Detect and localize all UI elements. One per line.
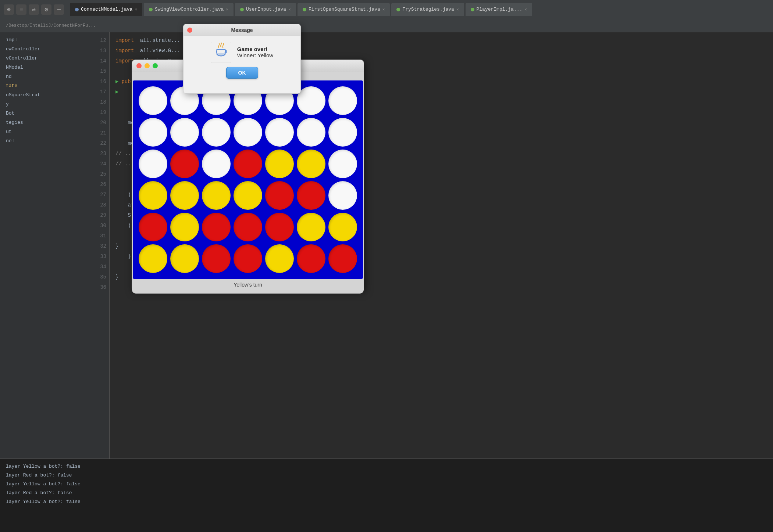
sidebar-item-impl[interactable]: impl xyxy=(0,35,91,44)
cell-r4-c0[interactable] xyxy=(139,213,167,241)
cell-r3-c2[interactable] xyxy=(202,181,231,210)
left-sidebar: impl ewController vController NModel nd … xyxy=(0,32,91,459)
tab-userinput[interactable]: UserInput.java ✕ xyxy=(235,3,296,16)
cell-r2-c0[interactable] xyxy=(139,150,167,178)
cell-r3-c5[interactable] xyxy=(297,181,325,210)
nav-back-btn[interactable]: ⊕ xyxy=(4,4,14,15)
sidebar-item-ut[interactable]: ut xyxy=(0,127,91,136)
sidebar-item-viewcontroller[interactable]: ewController xyxy=(0,44,91,54)
cell-r1-c5[interactable] xyxy=(297,118,325,147)
cell-r3-c0[interactable] xyxy=(139,181,167,210)
minimize-btn[interactable]: — xyxy=(54,4,64,15)
game-content: Yellow's turn xyxy=(132,72,364,294)
cell-r0-c0[interactable] xyxy=(139,86,167,115)
tab-label: FirstOpenSquareStrat.java xyxy=(309,7,380,12)
tab-label: PlayerImpl.ja... xyxy=(477,7,523,12)
cell-r5-c1[interactable] xyxy=(170,244,199,273)
cell-r3-c1[interactable] xyxy=(170,181,199,210)
line-numbers: 12131415 16171819 20212223 24252627 2829… xyxy=(91,32,110,459)
file-path: /Desktop/IntelliJ/ConnectNForFu... xyxy=(6,23,96,28)
game-window-min-btn[interactable] xyxy=(145,63,150,68)
tab-close-btn[interactable]: ✕ xyxy=(135,7,137,12)
sidebar-item-nel[interactable]: nel xyxy=(0,136,91,145)
sidebar-item-nsquarestrat[interactable]: nSquareStrat xyxy=(0,90,91,100)
console-line-1: layer Yellow a bot?: false xyxy=(6,462,767,471)
sidebar-item-tate[interactable]: tate xyxy=(0,81,91,90)
tab-close-btn[interactable]: ✕ xyxy=(456,7,459,12)
cell-r5-c0[interactable] xyxy=(139,244,167,273)
game-status: Yellow's turn xyxy=(234,282,262,288)
cell-r2-c5[interactable] xyxy=(297,150,325,178)
cell-r1-c1[interactable] xyxy=(170,118,199,147)
tab-close-btn[interactable]: ✕ xyxy=(382,7,385,12)
dialog-titlebar: Message xyxy=(184,24,300,36)
tab-controls: ⊕ ≡ ⇌ ⚙ — xyxy=(4,4,64,15)
tab-dot xyxy=(471,8,474,11)
cell-r4-c4[interactable] xyxy=(265,213,294,241)
cell-r4-c6[interactable] xyxy=(328,213,357,241)
tab-playerimpl[interactable]: PlayerImpl.ja... ✕ xyxy=(466,3,532,16)
cell-r1-c6[interactable] xyxy=(328,118,357,147)
tab-close-btn[interactable]: ✕ xyxy=(288,7,291,12)
game-window-close-btn[interactable] xyxy=(136,63,142,68)
cell-r0-c6[interactable] xyxy=(328,86,357,115)
cell-r1-c0[interactable] xyxy=(139,118,167,147)
sidebar-item-bot[interactable]: Bot xyxy=(0,109,91,118)
settings-btn[interactable]: ⚙ xyxy=(41,4,51,15)
tab-firstopensquarestrat[interactable]: FirstOpenSquareStrat.java ✕ xyxy=(298,3,390,16)
cell-r4-c5[interactable] xyxy=(297,213,325,241)
run-arrow-16[interactable]: ▶ xyxy=(115,76,118,87)
run-arrow-17[interactable]: ▶ xyxy=(115,87,118,97)
tab-dot xyxy=(396,8,400,11)
dialog-content-row: Game over! Winner: Yellow xyxy=(211,42,273,62)
cell-r2-c3[interactable] xyxy=(234,150,262,178)
cell-r3-c6[interactable] xyxy=(328,181,357,210)
cell-r5-c4[interactable] xyxy=(265,244,294,273)
tab-dot xyxy=(240,8,244,11)
cell-r4-c1[interactable] xyxy=(170,213,199,241)
cell-r0-c5[interactable] xyxy=(297,86,325,115)
cell-r2-c1[interactable] xyxy=(170,150,199,178)
cell-r1-c3[interactable] xyxy=(234,118,262,147)
dialog-message-line1: Game over! xyxy=(237,46,273,52)
sidebar-item-vcontroller[interactable]: vController xyxy=(0,54,91,63)
cell-r2-c6[interactable] xyxy=(328,150,357,178)
cell-r5-c6[interactable] xyxy=(328,244,357,273)
sidebar-item-y[interactable]: y xyxy=(0,100,91,109)
nav-list-btn[interactable]: ≡ xyxy=(16,4,26,15)
cell-r1-c2[interactable] xyxy=(202,118,231,147)
tab-label: ConnectNModel.java xyxy=(81,7,132,12)
tab-label: TryStrategies.java xyxy=(402,7,454,12)
sidebar-item-nd[interactable]: nd xyxy=(0,72,91,81)
cell-r4-c2[interactable] xyxy=(202,213,231,241)
game-window-max-btn[interactable] xyxy=(153,63,158,68)
cell-r5-c3[interactable] xyxy=(234,244,262,273)
console-line-4: layer Red a bot?: false xyxy=(6,489,767,497)
cell-r4-c3[interactable] xyxy=(234,213,262,241)
tab-dot xyxy=(149,8,153,11)
cell-r1-c4[interactable] xyxy=(265,118,294,147)
tab-close-btn[interactable]: ✕ xyxy=(524,7,527,12)
tab-swingviewcontroller[interactable]: SwingViewController.java ✕ xyxy=(144,3,234,16)
sidebar-item-nmodel[interactable]: NModel xyxy=(0,63,91,72)
dialog-close-btn[interactable] xyxy=(187,28,192,33)
tab-label: SwingViewController.java xyxy=(155,7,224,12)
cell-r5-c2[interactable] xyxy=(202,244,231,273)
cell-r5-c5[interactable] xyxy=(297,244,325,273)
tab-close-btn[interactable]: ✕ xyxy=(226,7,228,12)
console-line-5: layer Yellow a bot?: false xyxy=(6,497,767,506)
console-line-2: layer Red a bot?: false xyxy=(6,471,767,480)
cell-r2-c4[interactable] xyxy=(265,150,294,178)
cell-r3-c4[interactable] xyxy=(265,181,294,210)
dialog-body: Game over! Winner: Yellow OK xyxy=(184,36,300,85)
tab-connectnmodel[interactable]: ConnectNModel.java ✕ xyxy=(70,3,142,16)
tab-dot xyxy=(303,8,306,11)
path-bar: /Desktop/IntelliJ/ConnectNForFu... xyxy=(0,19,773,32)
dialog-ok-button[interactable]: OK xyxy=(226,67,258,79)
cell-r2-c2[interactable] xyxy=(202,150,231,178)
nav-split-btn[interactable]: ⇌ xyxy=(29,4,39,15)
cell-r3-c3[interactable] xyxy=(234,181,262,210)
tab-trystrategies[interactable]: TryStrategies.java ✕ xyxy=(391,3,464,16)
sidebar-item-tegies[interactable]: tegies xyxy=(0,118,91,127)
dialog-title: Message xyxy=(231,27,253,33)
